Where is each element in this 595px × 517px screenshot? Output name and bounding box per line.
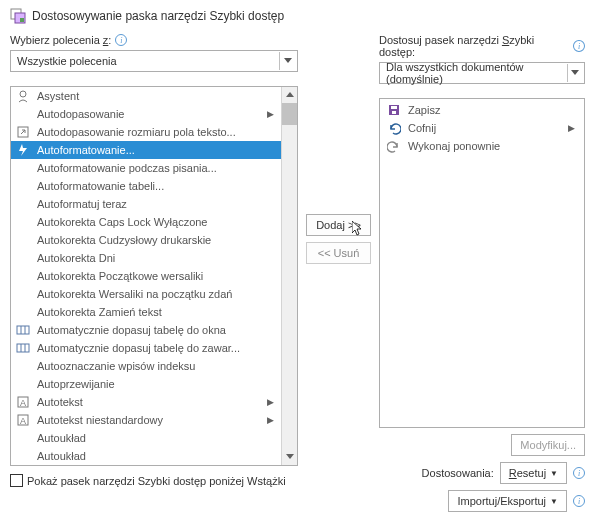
svg-marker-3 bbox=[284, 58, 292, 63]
list-item[interactable]: Zapisz bbox=[382, 101, 582, 119]
blank-icon bbox=[15, 448, 31, 464]
svg-rect-2 bbox=[20, 18, 24, 22]
svg-rect-22 bbox=[391, 106, 397, 109]
list-item-label: Autoformatowanie tabeli... bbox=[37, 180, 277, 192]
list-item[interactable]: Bardzo ciasne bbox=[11, 465, 281, 466]
list-item[interactable]: Autooznaczanie wpisów indeksu bbox=[11, 357, 281, 375]
scroll-down-icon[interactable] bbox=[282, 449, 297, 465]
list-item[interactable]: Autoprzewijanie bbox=[11, 375, 281, 393]
scrollbar[interactable] bbox=[281, 87, 297, 465]
import-export-button[interactable]: Importuj/Eksportuj ▼ bbox=[448, 490, 567, 512]
svg-marker-20 bbox=[571, 70, 579, 75]
svg-rect-23 bbox=[392, 111, 396, 114]
list-item-label: Autoukład bbox=[37, 450, 277, 462]
add-button[interactable]: Dodaj >> bbox=[306, 214, 371, 236]
show-below-ribbon-checkbox[interactable] bbox=[10, 474, 23, 487]
remove-button[interactable]: << Usuń bbox=[306, 242, 371, 264]
list-item-label: Wykonaj ponownie bbox=[408, 140, 578, 152]
customizations-label: Dostosowania: bbox=[422, 467, 494, 479]
assistant-icon bbox=[15, 88, 31, 104]
list-item-label: Autokorekta Cudzysłowy drukarskie bbox=[37, 234, 277, 246]
dropdown-arrow-icon: ▼ bbox=[550, 497, 558, 506]
customize-qat-label: Dostosuj pasek narzędzi Szybki dostęp: i bbox=[379, 34, 585, 58]
blank-icon bbox=[15, 358, 31, 374]
text-icon: A bbox=[15, 412, 31, 428]
transfer-buttons: Dodaj >> << Usuń bbox=[306, 34, 371, 270]
blank-icon bbox=[15, 250, 31, 266]
list-item-label: Autokorekta Zamień tekst bbox=[37, 306, 277, 318]
list-item[interactable]: Autokorekta Dni bbox=[11, 249, 281, 267]
svg-marker-6 bbox=[19, 144, 27, 156]
list-item[interactable]: Autokorekta Zamień tekst bbox=[11, 303, 281, 321]
list-item[interactable]: Autoformatowanie... bbox=[11, 141, 281, 159]
blank-icon bbox=[15, 160, 31, 176]
blank-icon bbox=[15, 178, 31, 194]
submenu-arrow-icon: ▶ bbox=[568, 123, 578, 133]
qat-panel: Dostosuj pasek narzędzi Szybki dostęp: i… bbox=[379, 34, 585, 512]
scroll-up-icon[interactable] bbox=[282, 87, 297, 103]
list-item[interactable]: Wykonaj ponownie bbox=[382, 137, 582, 155]
info-icon[interactable]: i bbox=[115, 34, 127, 46]
dialog-header: Dostosowywanie paska narzędzi Szybki dos… bbox=[10, 8, 585, 24]
resize-icon bbox=[15, 124, 31, 140]
list-item[interactable]: Automatycznie dopasuj tabelę do okna bbox=[11, 321, 281, 339]
info-icon[interactable]: i bbox=[573, 467, 585, 479]
svg-text:A: A bbox=[20, 398, 26, 408]
submenu-arrow-icon: ▶ bbox=[267, 415, 277, 425]
qat-listbox[interactable]: ZapiszCofnij▶Wykonaj ponownie bbox=[379, 98, 585, 428]
list-item[interactable]: Automatycznie dopasuj tabelę do zawar... bbox=[11, 339, 281, 357]
svg-point-4 bbox=[20, 91, 26, 97]
combo-value: Wszystkie polecenia bbox=[17, 55, 117, 67]
list-item-label: Autoformatowanie podczas pisania... bbox=[37, 162, 277, 174]
svg-text:A: A bbox=[20, 416, 26, 426]
list-item[interactable]: Autokorekta Caps Lock Wyłączone bbox=[11, 213, 281, 231]
list-item[interactable]: AAutotekst▶ bbox=[11, 393, 281, 411]
list-item[interactable]: Autokorekta Początkowe wersaliki bbox=[11, 267, 281, 285]
list-item[interactable]: AAutotekst niestandardowy▶ bbox=[11, 411, 281, 429]
list-item-label: Autotekst niestandardowy bbox=[37, 414, 261, 426]
list-item[interactable]: Autodopasowanie▶ bbox=[11, 105, 281, 123]
save-icon bbox=[386, 102, 402, 118]
list-item-label: Autoformatuj teraz bbox=[37, 198, 277, 210]
svg-marker-17 bbox=[286, 92, 294, 97]
list-item[interactable]: Autoukład bbox=[11, 447, 281, 465]
list-item[interactable]: Autodopasowanie rozmiaru pola teksto... bbox=[11, 123, 281, 141]
info-icon[interactable]: i bbox=[573, 495, 585, 507]
reset-button[interactable]: Resetuj ▼ bbox=[500, 462, 567, 484]
list-item[interactable]: Autokorekta Cudzysłowy drukarskie bbox=[11, 231, 281, 249]
bolt-icon bbox=[15, 142, 31, 158]
list-item[interactable]: Autokorekta Wersaliki na początku zdań bbox=[11, 285, 281, 303]
redo-icon bbox=[386, 138, 402, 154]
list-item-label: Autotekst bbox=[37, 396, 261, 408]
list-item-label: Autoformatowanie... bbox=[37, 144, 277, 156]
modify-button[interactable]: Modyfikuj... bbox=[511, 434, 585, 456]
list-item-label: Autodopasowanie bbox=[37, 108, 261, 120]
list-item[interactable]: Autoformatowanie podczas pisania... bbox=[11, 159, 281, 177]
list-item-label: Autokorekta Początkowe wersaliki bbox=[37, 270, 277, 282]
dropdown-arrow-icon: ▼ bbox=[550, 469, 558, 478]
customize-qat-combo[interactable]: Dla wszystkich dokumentów (domyślnie) bbox=[379, 62, 585, 84]
blank-icon bbox=[15, 304, 31, 320]
list-item-label: Cofnij bbox=[408, 122, 562, 134]
blank-icon bbox=[15, 214, 31, 230]
list-item[interactable]: Autoformatowanie tabeli... bbox=[11, 177, 281, 195]
combo-value: Dla wszystkich dokumentów (domyślnie) bbox=[386, 61, 567, 85]
chevron-down-icon bbox=[279, 52, 295, 70]
commands-panel: Wybierz polecenia z: i Wszystkie polecen… bbox=[10, 34, 298, 487]
svg-rect-7 bbox=[17, 326, 29, 334]
choose-commands-combo[interactable]: Wszystkie polecenia bbox=[10, 50, 298, 72]
list-item-label: Autoukład bbox=[37, 432, 277, 444]
list-item-label: Autokorekta Dni bbox=[37, 252, 277, 264]
list-item-label: Zapisz bbox=[408, 104, 578, 116]
list-item-label: Autooznaczanie wpisów indeksu bbox=[37, 360, 277, 372]
list-item[interactable]: Cofnij▶ bbox=[382, 119, 582, 137]
list-item[interactable]: Autoformatuj teraz bbox=[11, 195, 281, 213]
list-item[interactable]: Asystent bbox=[11, 87, 281, 105]
list-item[interactable]: Autoukład bbox=[11, 429, 281, 447]
info-icon[interactable]: i bbox=[573, 40, 585, 52]
scroll-thumb[interactable] bbox=[282, 103, 297, 125]
commands-listbox[interactable]: AsystentAutodopasowanie▶Autodopasowanie … bbox=[10, 86, 298, 466]
blank-icon bbox=[15, 376, 31, 392]
blank-icon bbox=[15, 430, 31, 446]
qat-customize-icon bbox=[10, 8, 26, 24]
